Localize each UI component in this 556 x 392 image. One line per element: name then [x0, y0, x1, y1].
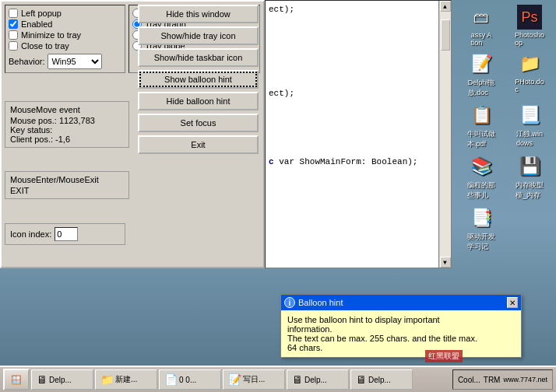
left-popup-label: Left popup: [21, 9, 62, 18]
show-hide-tray-button[interactable]: Show/hide tray icon: [138, 26, 259, 45]
client-pos-row: Client pos.: -1,6: [10, 135, 124, 144]
watermark: 红黑联盟: [425, 350, 463, 362]
taskbar-label-6: Delp...: [368, 376, 391, 384]
code-line-4: [269, 99, 435, 110]
icon-index-label: Icon index:: [10, 229, 51, 239]
desktop-icon-7-img: 📚: [469, 154, 494, 179]
desktop-icon-1-label: assy Ation: [471, 31, 492, 47]
mouse-move-section: MouseMove event Mouse pos.: 1123,783 Key…: [5, 101, 129, 148]
client-pos-label: Client pos.:: [10, 135, 53, 144]
hide-window-button[interactable]: Hide this window: [138, 5, 259, 23]
close-tray-checkbox[interactable]: [9, 41, 18, 51]
scroll-track[interactable]: [440, 12, 451, 257]
taskbar: 🪟 🖥 Delp... 📁 新建... 📄 0 0... 📝 写日... 🖥 D…: [0, 366, 556, 392]
desktop-icon-8-label: 内存映型模_内存: [516, 180, 544, 201]
taskbar-icon-1: 🖥: [37, 373, 48, 386]
minimize-tray-row: Minimize to tray: [9, 30, 121, 40]
behavior-label: Behavior:: [9, 57, 44, 66]
taskbar-item-2[interactable]: 📁 新建...: [95, 369, 157, 390]
taskbar-icon-3: 📄: [164, 373, 178, 386]
behavior-select[interactable]: Win95: [48, 54, 102, 69]
show-hide-taskbar-button[interactable]: Show/hide taskbar icon: [138, 48, 259, 67]
behavior-row: Behavior: Win95: [9, 54, 121, 69]
balloon-hint-popup: i Balloon hint ✕ Use the balloon hint to…: [280, 294, 522, 358]
balloon-line-2: information.: [287, 324, 515, 334]
set-focus-button[interactable]: Set focus: [138, 114, 259, 132]
icon-index-section: Icon index:: [5, 223, 125, 245]
vertical-scrollbar[interactable]: ▲ ▼: [438, 1, 451, 268]
taskbar-label-1: Delp...: [49, 376, 72, 384]
desktop-icon-4[interactable]: 📁 PHoto.doc: [506, 50, 553, 100]
code-line-2: [269, 15, 435, 26]
scroll-up-button[interactable]: ▲: [440, 1, 451, 12]
watermark-text: 红黑联盟: [428, 352, 459, 360]
desktop-icon-3[interactable]: 📝 Delphi拖放.doc: [458, 50, 505, 100]
mouse-pos-value: 1123,783: [59, 116, 95, 125]
main-panel: Left popup Enabled Minimize to tray Clos…: [0, 0, 265, 268]
enabled-checkbox[interactable]: [9, 19, 18, 29]
scroll-thumb[interactable]: [441, 19, 450, 51]
desktop-icon-9-label: 驱动开发学习记: [467, 232, 495, 252]
close-tray-row: Close to tray: [9, 41, 121, 51]
taskbar-icon-5: 🖥: [292, 373, 303, 386]
desktop-icon-3-img: 📝: [469, 51, 494, 76]
balloon-title-bar: i Balloon hint ✕: [281, 295, 521, 310]
taskbar-item-3[interactable]: 📄 0 0...: [159, 369, 221, 390]
desktop-icon-5-label: 牛叫试做本.pdf: [467, 129, 495, 149]
scroll-down-button[interactable]: ▼: [440, 257, 451, 268]
taskbar-label-3: 0 0...: [179, 376, 196, 384]
code-line-3: ect);: [269, 88, 435, 99]
desktop-icon-2[interactable]: Ps Photoshoop: [506, 3, 553, 48]
tray-cool-icon[interactable]: Cool...: [458, 376, 480, 384]
left-popup-checkbox[interactable]: [9, 9, 18, 18]
taskbar-icon-4: 📝: [228, 373, 241, 386]
taskbar-item-1[interactable]: 🖥 Delp...: [31, 369, 93, 390]
icon-index-input[interactable]: [55, 227, 78, 241]
taskbar-icon-2: 📁: [100, 373, 114, 386]
start-icon: 🪟: [11, 375, 22, 385]
balloon-line-1: Use the balloon hint to display importan…: [287, 315, 515, 324]
mouse-pos-label: Mouse pos.:: [10, 116, 57, 125]
desktop-icon-5-img: 📋: [469, 103, 494, 128]
code-editor: ect); ect); c var ShowMainForm: Boolean)…: [265, 0, 452, 268]
taskbar-item-4[interactable]: 📝 写日...: [223, 369, 285, 390]
desktop-icon-9-img: 📑: [469, 205, 494, 230]
show-balloon-button[interactable]: Show balloon hint: [138, 70, 259, 89]
taskbar-icon-6: 🖥: [356, 373, 367, 386]
hide-balloon-button[interactable]: Hide balloon hint: [138, 92, 259, 110]
minimize-tray-checkbox[interactable]: [9, 30, 18, 40]
code-content: ect); ect); c var ShowMainForm: Boolean)…: [266, 1, 438, 268]
taskbar-item-6[interactable]: 🖥 Delp...: [350, 369, 413, 390]
balloon-title-text: Balloon hint: [298, 298, 343, 307]
key-status-label: Key status:: [10, 125, 52, 135]
minimize-tray-label: Minimize to tray: [21, 30, 81, 40]
exit-button[interactable]: Exit: [138, 135, 259, 154]
desktop-icon-8[interactable]: 💾 内存映型模_内存: [506, 152, 553, 202]
taskbar-label-5: Delp...: [304, 376, 327, 384]
desktop-icon-2-label: Photoshoop: [515, 31, 544, 47]
balloon-content: Use the balloon hint to display importan…: [281, 310, 521, 357]
desktop-icon-5[interactable]: 📋 牛叫试做本.pdf: [458, 101, 505, 151]
balloon-line-4: 64 chars.: [287, 343, 515, 352]
taskbar-label-2: 新建...: [115, 374, 137, 385]
tray-time: www.7747.net: [503, 376, 547, 383]
left-options: Left popup Enabled Minimize to tray Clos…: [5, 5, 125, 73]
desktop-icon-4-label: PHoto.doc: [515, 78, 544, 93]
desktop-icon-7[interactable]: 📚 编程的那些事儿: [458, 152, 505, 202]
balloon-close-button[interactable]: ✕: [507, 297, 518, 308]
code-line-5: c var ShowMainForm: Boolean);: [269, 156, 435, 167]
desktop-icon-1[interactable]: 🗃 assy Ation: [458, 3, 505, 48]
desktop-icon-4-img: 📁: [517, 51, 542, 76]
desktop-icon-6-label: 江独.windows: [516, 129, 543, 147]
desktop-icon-2-img: Ps: [517, 5, 542, 30]
left-popup-row: Left popup: [9, 9, 121, 18]
system-tray: Cool... TRM www.7747.net: [452, 369, 553, 390]
desktop-icon-9[interactable]: 📑 驱动开发学习记: [458, 204, 505, 254]
balloon-line-3: The text can be max. 255 chars. and the …: [287, 334, 515, 343]
start-button[interactable]: 🪟: [3, 369, 30, 390]
desktop-icon-6-img: 📃: [517, 103, 542, 128]
taskbar-item-5[interactable]: 🖥 Delp...: [287, 369, 349, 390]
mouse-enter-value: EXIT: [10, 186, 124, 195]
desktop-icon-6[interactable]: 📃 江独.windows: [506, 101, 553, 151]
tray-trm-icon[interactable]: TRM: [484, 376, 501, 384]
